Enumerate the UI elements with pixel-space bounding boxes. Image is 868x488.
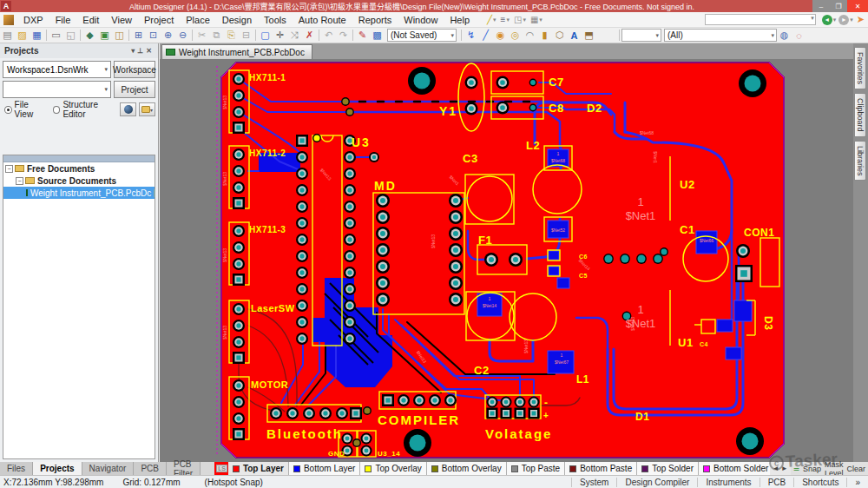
layer-scroll-right-icon[interactable]: ► bbox=[781, 465, 788, 472]
filter-clear-icon[interactable]: ◌ bbox=[792, 29, 806, 42]
menu-auto-route[interactable]: Auto Route bbox=[293, 15, 352, 25]
minimize-button[interactable]: – bbox=[812, 0, 830, 12]
align-icon[interactable]: ≡ bbox=[501, 15, 506, 24]
panel-close-icon[interactable]: ✕ bbox=[146, 47, 155, 55]
panel-tab-files[interactable]: Files bbox=[0, 462, 33, 475]
place-arc-icon[interactable]: ◠ bbox=[523, 29, 537, 42]
interactive-routing-icon[interactable]: ↯ bbox=[464, 29, 478, 42]
line-style-icon[interactable]: ╱ bbox=[487, 15, 492, 24]
layer-tab-bottom-overlay[interactable]: Bottom Overlay bbox=[427, 462, 507, 475]
open-icon[interactable]: ▨ bbox=[15, 29, 30, 42]
undo-icon[interactable]: ↶ bbox=[321, 29, 336, 42]
menu-design[interactable]: Design bbox=[216, 15, 258, 25]
layer-tab-bottom-paste[interactable]: Bottom Paste bbox=[565, 462, 637, 475]
clear-button[interactable]: Clear bbox=[846, 465, 865, 473]
panel-pin-icon[interactable]: ⊥ bbox=[137, 47, 146, 55]
collapse-icon[interactable]: − bbox=[16, 177, 23, 185]
layer-color-icon[interactable]: ⚌ bbox=[793, 465, 799, 472]
zoom-out-icon[interactable]: ⊖ bbox=[175, 29, 190, 42]
menu-window[interactable]: Window bbox=[398, 15, 444, 25]
save-icon[interactable]: ▦ bbox=[30, 29, 44, 42]
print-icon[interactable]: ▭ bbox=[49, 29, 63, 42]
print-preview-icon[interactable]: ◱ bbox=[63, 29, 78, 42]
side-tab-favorites[interactable]: Favorites bbox=[854, 47, 866, 89]
line-draw-icon[interactable]: ✎ bbox=[355, 29, 370, 42]
status-menu--[interactable]: » bbox=[846, 478, 868, 487]
clear-filter-icon[interactable]: ✗ bbox=[302, 29, 317, 42]
zoom-window-icon[interactable]: ⊞ bbox=[131, 29, 146, 42]
status-menu-instruments[interactable]: Instruments bbox=[697, 478, 759, 487]
close-button[interactable]: ✕ bbox=[847, 0, 868, 12]
place-via-icon[interactable]: ◎ bbox=[508, 29, 523, 42]
layer-tab-top-layer[interactable]: Top Layer bbox=[228, 462, 289, 475]
snap-button[interactable]: Snap bbox=[803, 465, 821, 473]
status-menu-pcb[interactable]: PCB bbox=[760, 478, 794, 487]
select-area-icon[interactable]: ▢ bbox=[258, 29, 273, 42]
file-view-radio[interactable] bbox=[4, 106, 12, 114]
layer-tab-bottom-solder[interactable]: Bottom Solder bbox=[699, 462, 770, 475]
tree-item-source-documents[interactable]: − Source Documents bbox=[3, 175, 155, 187]
status-menu-system[interactable]: System bbox=[571, 478, 616, 487]
menu-help[interactable]: Help bbox=[444, 15, 476, 25]
paste-icon[interactable]: ⎘ bbox=[224, 29, 239, 42]
new-document-icon[interactable]: ▤ bbox=[0, 29, 15, 42]
maximize-button[interactable]: ❐ bbox=[830, 0, 847, 12]
workspace-button[interactable]: Workspace bbox=[114, 61, 155, 78]
project-select[interactable] bbox=[3, 81, 111, 98]
workspace-select[interactable]: Workspace1.DsnWrk bbox=[3, 61, 111, 78]
open-folder-button[interactable]: ▾ bbox=[139, 102, 155, 116]
collapse-icon[interactable]: − bbox=[5, 165, 13, 173]
panel-tab-navigator[interactable]: Navigator bbox=[82, 462, 135, 475]
filter-apply-icon[interactable]: ◍ bbox=[777, 29, 792, 42]
menu-place[interactable]: Place bbox=[180, 15, 216, 25]
zoom-select-icon[interactable]: ⊡ bbox=[146, 29, 161, 42]
menu-view[interactable]: View bbox=[105, 15, 138, 25]
cut-icon[interactable]: ✂ bbox=[194, 29, 209, 42]
pcb-board[interactable]: HX711-1HX711-2HX711-3LaserSWMOTORU3MDY1C… bbox=[160, 59, 853, 462]
menu-project[interactable]: Project bbox=[138, 15, 180, 25]
layer-tab-top-overlay[interactable]: Top Overlay bbox=[360, 462, 426, 475]
tree-item-free-documents[interactable]: − Free Documents bbox=[3, 162, 155, 175]
paste-special-icon[interactable]: ⊟ bbox=[239, 29, 253, 42]
view-board-icon[interactable]: ▣ bbox=[97, 29, 112, 42]
structure-editor-radio[interactable] bbox=[53, 106, 61, 114]
menu-edit[interactable]: Edit bbox=[76, 15, 105, 25]
cross-probe-icon[interactable]: ➤ bbox=[857, 14, 865, 25]
project-button[interactable]: Project bbox=[114, 81, 155, 98]
layer-tab-top-solder[interactable]: Top Solder bbox=[637, 462, 699, 475]
view-fit-icon[interactable]: ◆ bbox=[82, 29, 97, 42]
panel-tab-projects[interactable]: Projects bbox=[33, 462, 82, 475]
layer-tab-bottom-layer[interactable]: Bottom Layer bbox=[289, 462, 360, 475]
mask-level-select[interactable] bbox=[621, 29, 661, 42]
nav-forward-icon[interactable]: ▸ bbox=[838, 15, 849, 25]
place-polygon-icon[interactable]: ⬡ bbox=[552, 29, 567, 42]
bitmap-icon[interactable]: ▩ bbox=[370, 29, 385, 42]
status-menu-shortcuts[interactable]: Shortcuts bbox=[793, 478, 846, 487]
menu-reports[interactable]: Reports bbox=[352, 15, 398, 25]
place-fill-icon[interactable]: ▮ bbox=[537, 29, 552, 42]
side-tab-clipboard[interactable]: Clipboard bbox=[854, 93, 866, 137]
view-area-icon[interactable]: ◫ bbox=[112, 29, 127, 42]
tree-item-pcbdoc[interactable]: Weight Instrument_PCB.PcbDc bbox=[3, 187, 155, 199]
place-component-icon[interactable]: ⬒ bbox=[582, 29, 596, 42]
filter-select[interactable]: (All) bbox=[664, 29, 777, 42]
layer-sets-button[interactable]: LS bbox=[216, 465, 227, 472]
side-tab-libraries[interactable]: Libraries bbox=[854, 141, 866, 181]
pcb-canvas[interactable]: HX711-1HX711-2HX711-3LaserSWMOTORU3MDY1C… bbox=[160, 59, 853, 462]
grid-icon[interactable]: ▦ bbox=[530, 15, 538, 24]
layer-tab-top-paste[interactable]: Top Paste bbox=[507, 462, 565, 475]
layer-scroll-left-icon[interactable]: ◄ bbox=[773, 465, 779, 472]
copy-icon[interactable]: ⧉ bbox=[209, 29, 224, 42]
place-pad-icon[interactable]: ◉ bbox=[493, 29, 508, 42]
menu-tools[interactable]: Tools bbox=[258, 15, 293, 25]
validate-button[interactable] bbox=[120, 102, 136, 116]
panel-tab-pcb[interactable]: PCB bbox=[134, 462, 167, 475]
move-icon[interactable]: ✛ bbox=[273, 29, 287, 42]
find-icon[interactable]: ◳ bbox=[514, 15, 522, 24]
navigation-address-box[interactable] bbox=[705, 14, 816, 25]
place-track-icon[interactable]: ╱ bbox=[478, 29, 493, 42]
nav-back-icon[interactable]: ◂ bbox=[822, 15, 832, 25]
status-menu-design-compiler[interactable]: Design Compiler bbox=[616, 478, 697, 487]
zoom-in-icon[interactable]: ⊕ bbox=[161, 29, 175, 42]
variant-select[interactable]: (Not Saved) bbox=[387, 29, 457, 42]
